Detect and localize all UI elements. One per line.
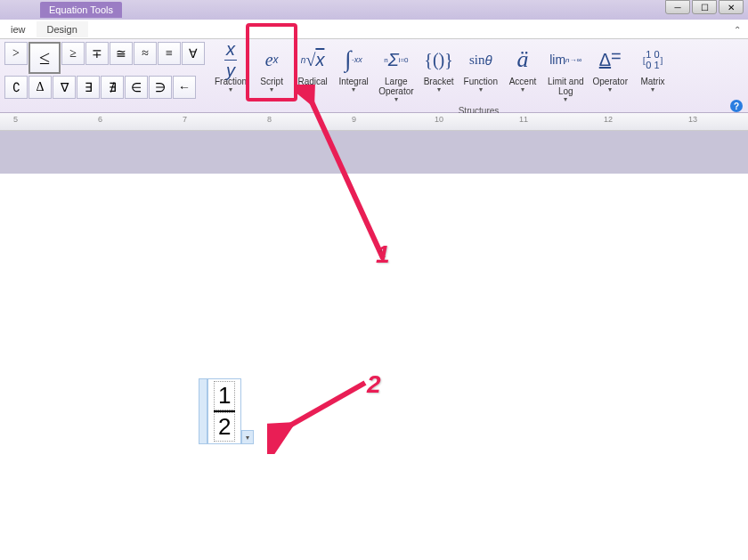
ruler-mark: 6 bbox=[98, 115, 102, 124]
window-controls: ─ ☐ ✕ bbox=[665, 0, 744, 14]
ruler-mark: 12 bbox=[604, 115, 613, 124]
document-background bbox=[0, 131, 748, 174]
help-icon[interactable]: ? bbox=[730, 100, 743, 112]
collapse-ribbon-icon[interactable]: ⌃ bbox=[734, 25, 741, 35]
fraction-denominator[interactable]: 2 bbox=[214, 412, 235, 442]
accent-button[interactable]: ä Accent ▾ bbox=[503, 43, 542, 105]
symbol-congruent[interactable]: ≅ bbox=[110, 42, 133, 65]
chevron-down-icon: ▾ bbox=[270, 85, 273, 93]
symbol-less-equal-large[interactable]: ≤ bbox=[28, 42, 61, 74]
symbol-notexists[interactable]: ∄ bbox=[101, 76, 124, 99]
structures-section: xy Fraction ▾ ex Script ▾ n√x Radical ▾ … bbox=[209, 39, 748, 112]
limit-icon: limn→∞ bbox=[549, 45, 581, 75]
ruler[interactable]: 5 6 7 8 9 10 11 12 13 bbox=[0, 113, 748, 131]
chevron-down-icon: ▾ bbox=[352, 85, 355, 93]
fraction-display: 1 2 bbox=[214, 381, 235, 442]
operator-button[interactable]: Δ= Operator ▾ bbox=[589, 43, 631, 105]
integral-button[interactable]: ∫-xx Integral ▾ bbox=[334, 43, 373, 105]
fraction-numerator[interactable]: 1 bbox=[214, 381, 235, 410]
chevron-down-icon: ▾ bbox=[479, 85, 483, 93]
bracket-icon: {()} bbox=[424, 45, 453, 75]
script-icon: ex bbox=[265, 45, 279, 75]
symbols-group: > ≤ ≥ ∓ ≅ ≈ ≡ ∀ ∁ Δ ∇ ∃ ∄ ∈ ∋ ← bbox=[0, 39, 209, 112]
chevron-down-icon: ▾ bbox=[651, 85, 654, 93]
symbol-greater-equal[interactable]: ≥ bbox=[61, 42, 85, 65]
fraction-button[interactable]: xy Fraction ▾ bbox=[211, 43, 250, 105]
equation-content[interactable]: 1 2 bbox=[207, 378, 241, 444]
ribbon-tabs: iew Design bbox=[0, 20, 748, 39]
radical-button[interactable]: n√x Radical ▾ bbox=[293, 43, 332, 105]
symbol-contains[interactable]: ∋ bbox=[149, 76, 172, 99]
structure-label: Limit and Log bbox=[548, 77, 584, 96]
ruler-mark: 9 bbox=[352, 115, 356, 124]
ribbon: > ≤ ≥ ∓ ≅ ≈ ≡ ∀ ∁ Δ ∇ ∃ ∄ ∈ ∋ ← xy Fra bbox=[0, 39, 748, 113]
radical-icon: n√x bbox=[301, 45, 325, 75]
symbol-approx[interactable]: ≈ bbox=[134, 42, 157, 65]
tab-view[interactable]: iew bbox=[0, 21, 37, 37]
equation-options-button[interactable]: ▾ bbox=[241, 430, 254, 444]
ruler-mark: 11 bbox=[519, 115, 528, 124]
document-area[interactable]: 1 2 ▾ bbox=[0, 174, 748, 556]
chevron-down-icon: ▾ bbox=[394, 95, 398, 103]
minimize-button[interactable]: ─ bbox=[665, 0, 690, 14]
ruler-mark: 7 bbox=[183, 115, 187, 124]
accent-icon: ä bbox=[516, 45, 528, 75]
ruler-mark: 8 bbox=[267, 115, 272, 124]
symbol-forall[interactable]: ∀ bbox=[182, 42, 205, 65]
symbol-greater[interactable]: > bbox=[4, 42, 28, 65]
annotation-label-2: 2 bbox=[367, 370, 381, 399]
script-button[interactable]: ex Script ▾ bbox=[252, 43, 291, 105]
ruler-mark: 13 bbox=[688, 115, 697, 124]
function-icon: sinθ bbox=[469, 45, 492, 75]
symbol-complement[interactable]: ∁ bbox=[4, 76, 28, 99]
large-operator-button[interactable]: nΣi=0 Large Operator ▾ bbox=[375, 43, 417, 105]
chevron-down-icon: ▾ bbox=[521, 85, 524, 93]
structure-label: Large Operator bbox=[378, 77, 413, 96]
matrix-button[interactable]: [1 00 1] Matrix ▾ bbox=[633, 43, 672, 105]
matrix-icon: [1 00 1] bbox=[643, 45, 663, 75]
equation-handle-left[interactable] bbox=[199, 378, 207, 444]
symbol-leftarrow[interactable]: ← bbox=[173, 76, 196, 99]
tab-design[interactable]: Design bbox=[37, 21, 88, 37]
ruler-mark: 5 bbox=[13, 115, 18, 124]
chevron-down-icon: ▾ bbox=[437, 85, 441, 93]
function-button[interactable]: sinθ Function ▾ bbox=[460, 43, 501, 105]
ruler-mark: 10 bbox=[435, 115, 443, 124]
close-button[interactable]: ✕ bbox=[719, 0, 744, 14]
symbol-mp[interactable]: ∓ bbox=[85, 42, 109, 65]
integral-icon: ∫-xx bbox=[346, 45, 362, 75]
symbol-exists[interactable]: ∃ bbox=[77, 76, 100, 99]
equation-container[interactable]: 1 2 ▾ bbox=[199, 378, 254, 444]
chevron-down-icon: ▾ bbox=[564, 95, 567, 103]
chevron-down-icon: ▾ bbox=[311, 85, 314, 93]
limit-log-button[interactable]: limn→∞ Limit and Log ▾ bbox=[544, 43, 588, 105]
title-bar: Equation Tools ─ ☐ ✕ bbox=[0, 0, 748, 20]
symbol-nabla[interactable]: ∇ bbox=[53, 76, 76, 99]
bracket-button[interactable]: {()} Bracket ▾ bbox=[419, 43, 459, 105]
chevron-down-icon: ▾ bbox=[608, 85, 612, 93]
equation-tools-context-tab: Equation Tools bbox=[40, 2, 122, 18]
symbol-delta[interactable]: Δ bbox=[28, 76, 52, 99]
maximize-button[interactable]: ☐ bbox=[692, 0, 717, 14]
fraction-icon: xy bbox=[224, 45, 237, 75]
operator-icon: Δ= bbox=[599, 45, 622, 75]
chevron-down-icon: ▾ bbox=[229, 85, 232, 93]
symbol-equiv[interactable]: ≡ bbox=[158, 42, 181, 65]
large-operator-icon: nΣi=0 bbox=[384, 45, 408, 75]
symbol-elementof[interactable]: ∈ bbox=[125, 76, 148, 99]
annotation-label-1: 1 bbox=[376, 240, 390, 269]
